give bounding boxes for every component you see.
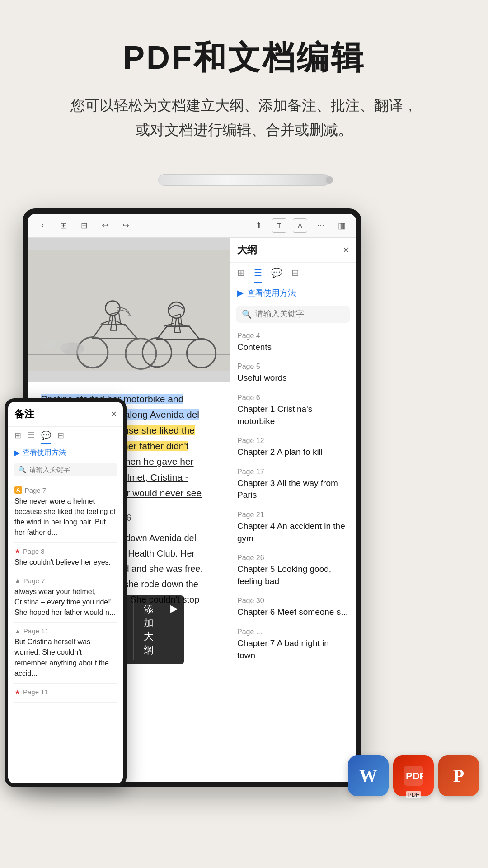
devices-container: ‹ ⊞ ⊟ ↩ ↪ ⬆ T A ··· ▥ xyxy=(0,181,488,805)
phone-help-text: 查看使用方法 xyxy=(23,448,66,458)
phone-close-btn[interactable]: × xyxy=(111,408,117,420)
outline-tabs: ⊞ ☰ 💬 ⊟ xyxy=(230,263,356,283)
text-icon[interactable]: T xyxy=(272,218,286,233)
outline-chapter-5: Chapter 5 Looking good, feeling bad xyxy=(237,563,349,587)
annotation-arrow[interactable]: ▶ xyxy=(164,599,184,660)
back-icon[interactable]: ‹ xyxy=(35,218,50,233)
outline-page-30: Page 30 xyxy=(237,597,349,605)
outline-chapter-7: Chapter 7 A bad night in town xyxy=(237,637,349,661)
note-icon-star-1: ★ xyxy=(14,547,20,555)
outline-item-chapter3[interactable]: Page 17 Chapter 3 All the way from Paris xyxy=(237,463,349,506)
add-outline-btn[interactable]: 添加大纲 xyxy=(134,599,164,660)
pdf-illustration xyxy=(28,238,230,382)
phone-notes-panel: 备注 × ⊞ ☰ 💬 ⊟ ▶ 查看使用方法 🔍 A Page 7 She nev… xyxy=(5,398,127,787)
format-icon[interactable]: A xyxy=(293,218,307,233)
outline-item-chapter4[interactable]: Page 21 Chapter 4 An accident in the gym xyxy=(237,506,349,549)
outline-help-link[interactable]: ▶ 查看使用方法 xyxy=(230,283,356,303)
phone-note-5[interactable]: ★ Page 11 xyxy=(14,684,117,703)
ppt-app-icon[interactable]: P xyxy=(438,755,479,796)
outline-item-chapter6[interactable]: Page 30 Chapter 6 Meet someone s... xyxy=(237,592,349,623)
phone-note-2[interactable]: ★ Page 8 She couldn't believe her eyes. xyxy=(14,543,117,572)
phone-note-1[interactable]: A Page 7 She never wore a helmet because… xyxy=(14,482,117,543)
phone-tab-list[interactable]: ☰ xyxy=(28,430,35,444)
outline-page-5: Page 5 xyxy=(237,363,349,371)
outline-title: 大纲 xyxy=(237,243,257,257)
motorcycle-sketch-svg xyxy=(28,238,230,382)
outline-search-icon: 🔍 xyxy=(242,309,252,319)
outline-chapter-1: Chapter 1 Cristina's motorbike xyxy=(237,403,349,427)
phone-search-icon: 🔍 xyxy=(18,466,27,474)
outline-help-text: 查看使用方法 xyxy=(247,288,296,298)
svg-point-10 xyxy=(43,340,57,349)
outline-item-contents[interactable]: Page 4 Contents xyxy=(237,327,349,359)
note-2-text: She couldn't believe her eyes. xyxy=(14,557,117,567)
grid-icon[interactable]: ⊟ xyxy=(77,218,91,233)
outline-chapter-contents: Contents xyxy=(237,341,349,354)
outline-item-chapter2[interactable]: Page 12 Chapter 2 A plan to kill xyxy=(237,432,349,463)
outline-page-12: Page 12 xyxy=(237,437,349,445)
subtitle: 您可以轻松为文档建立大纲、添加备注、批注、翻译， 或对文档进行编辑、合并或删减。 xyxy=(27,93,461,142)
more-icon[interactable]: ··· xyxy=(314,218,328,233)
outline-chapter-2: Chapter 2 A plan to kill xyxy=(237,446,349,458)
undo-icon[interactable]: ↩ xyxy=(98,218,112,233)
note-5-page: Page 11 xyxy=(23,688,48,696)
outline-items-list: Page 4 Contents Page 5 Useful words Page… xyxy=(230,327,356,782)
layout-icon[interactable]: ⊞ xyxy=(56,218,70,233)
outline-panel: 大纲 × ⊞ ☰ 💬 ⊟ ▶ 查看使用方法 🔍 xyxy=(230,238,356,782)
outline-search-box[interactable]: 🔍 xyxy=(236,306,350,323)
pdf-app-icon-wrapper: PDF PDF xyxy=(393,755,434,796)
word-icon-label: W xyxy=(359,765,377,786)
outline-tab-list[interactable]: ☰ xyxy=(254,267,262,283)
outline-item-chapter1[interactable]: Page 6 Chapter 1 Cristina's motorbike xyxy=(237,389,349,432)
note-4-page: Page 11 xyxy=(23,627,49,635)
note-icon-tri-2: ▲ xyxy=(14,627,21,635)
outline-item-chapter7[interactable]: Page ... Chapter 7 A bad night in town xyxy=(237,623,349,666)
outline-tab-filter[interactable]: ⊟ xyxy=(291,267,299,283)
note-3-page: Page 7 xyxy=(23,577,45,585)
phone-search-input[interactable] xyxy=(29,466,115,473)
header-section: PDF和文档编辑 您可以轻松为文档建立大纲、添加备注、批注、翻译， 或对文档进行… xyxy=(0,0,488,160)
outline-header: 大纲 × xyxy=(230,238,356,263)
word-app-icon[interactable]: W xyxy=(348,755,389,796)
outline-chapter-6: Chapter 6 Meet someone s... xyxy=(237,606,349,618)
outline-close-btn[interactable]: × xyxy=(343,244,349,256)
phone-tabs: ⊞ ☰ 💬 ⊟ xyxy=(8,427,123,444)
outline-page-4: Page 4 xyxy=(237,332,349,340)
phone-search-box[interactable]: 🔍 xyxy=(14,463,117,476)
outline-tab-layout[interactable]: ⊞ xyxy=(237,267,245,283)
note-2-header: ★ Page 8 xyxy=(14,547,117,555)
phone-note-4[interactable]: ▲ Page 11 But Cristina herself was worri… xyxy=(14,623,117,684)
note-1-page: Page 7 xyxy=(25,486,47,494)
phone-tab-layout[interactable]: ⊞ xyxy=(14,430,21,444)
phone-tab-comment[interactable]: 💬 xyxy=(41,430,51,444)
outline-search-input[interactable] xyxy=(255,309,356,319)
outline-page-26: Page 26 xyxy=(237,554,349,562)
redo-icon[interactable]: ↪ xyxy=(118,218,133,233)
note-4-text: But Cristina herself was worried. She co… xyxy=(14,637,117,679)
note-2-page: Page 8 xyxy=(23,547,45,555)
outline-page-last: Page ... xyxy=(237,628,349,636)
svg-text:PDF: PDF xyxy=(406,770,423,782)
pdf-label: PDF xyxy=(406,791,421,798)
note-icon-tri-1: ▲ xyxy=(14,577,21,584)
play-icon: ▶ xyxy=(237,288,244,298)
svg-rect-0 xyxy=(28,250,230,371)
outline-item-useful-words[interactable]: Page 5 Useful words xyxy=(237,358,349,389)
outline-tab-comment[interactable]: 💬 xyxy=(271,267,282,283)
outline-chapter-3: Chapter 3 All the way from Paris xyxy=(237,477,349,501)
phone-help-link[interactable]: ▶ 查看使用方法 xyxy=(8,444,123,461)
note-icon-a-1: A xyxy=(14,486,22,494)
note-3-text: always wear your helmet, Cristina – ever… xyxy=(14,586,117,618)
pdf-app-icon[interactable]: PDF xyxy=(393,755,434,796)
phone-note-3[interactable]: ▲ Page 7 always wear your helmet, Cristi… xyxy=(14,572,117,623)
note-3-header: ▲ Page 7 xyxy=(14,577,117,585)
main-title: PDF和文档编辑 xyxy=(27,36,461,80)
ppt-icon-label: P xyxy=(453,765,464,786)
pdf-logo-svg: PDF xyxy=(404,766,423,786)
panel-icon[interactable]: ▥ xyxy=(334,218,349,233)
share-icon[interactable]: ⬆ xyxy=(251,218,266,233)
phone-tab-filter[interactable]: ⊟ xyxy=(57,430,64,444)
phone-title: 备注 xyxy=(14,407,34,421)
outline-item-chapter5[interactable]: Page 26 Chapter 5 Looking good, feeling … xyxy=(237,549,349,592)
app-icons-container: W PDF PDF P xyxy=(348,755,479,796)
